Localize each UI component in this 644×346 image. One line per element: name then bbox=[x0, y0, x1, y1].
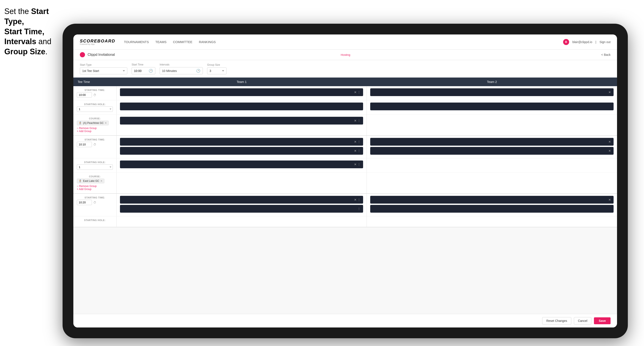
group-2-team1-hole: ✕ ⋮ bbox=[116, 158, 367, 172]
group-2-team2-hole bbox=[367, 158, 617, 172]
start-type-label: Start Type bbox=[80, 63, 127, 66]
group-1-team1-player-3-remove[interactable]: ✕ bbox=[354, 119, 357, 122]
group-3-team2-hole bbox=[367, 216, 617, 227]
group-1-team1-player-1-dots: ⋮ bbox=[358, 90, 360, 94]
table-area: Tee Time Team 1 Team 2 STARTING TIME: ⏱ bbox=[73, 78, 617, 314]
group-2-course-name: East Lake GC bbox=[83, 179, 99, 182]
group-2-course-tag: 🏌 East Lake GC ✕ bbox=[77, 178, 104, 183]
group-2-team2-player-1: ✕ bbox=[370, 138, 614, 146]
group-size-group: Group Size 3 bbox=[207, 63, 226, 74]
group-1-remove-group[interactable]: ○ Remove Group bbox=[77, 127, 113, 130]
group-2-team2-player-2: ✕ bbox=[370, 147, 614, 155]
group-2-team1-player-1-remove[interactable]: ✕ bbox=[354, 140, 357, 144]
nav-right: B blair@clippd.io | Sign out bbox=[563, 39, 610, 45]
start-time-input[interactable] bbox=[134, 69, 147, 73]
hosting-badge: Hosting bbox=[341, 53, 350, 56]
instruction-line4-bold: Group Size bbox=[4, 47, 45, 56]
group-2-course-remove[interactable]: ✕ bbox=[100, 179, 102, 182]
group-1-team2-player-1-remove[interactable]: ✕ bbox=[608, 90, 611, 94]
group-2-team1-player-1-dots: ⋮ bbox=[358, 140, 360, 144]
group-1-hole-select[interactable]: 1 bbox=[77, 106, 113, 112]
group-size-label: Group Size bbox=[207, 63, 226, 66]
group-2-add-group[interactable]: + Add Group bbox=[77, 188, 113, 191]
group-1-team1-player-1: ✕ ⋮ bbox=[120, 88, 363, 96]
group-size-select[interactable]: 3 bbox=[207, 67, 226, 74]
group-2-team2-player-2-remove[interactable]: ✕ bbox=[608, 149, 611, 153]
group-2-time-row-inner: ⏱ bbox=[77, 142, 113, 147]
group-2-team2-course bbox=[367, 173, 617, 193]
instruction-text: Set the Start Type, Start Time, Interval… bbox=[4, 6, 67, 57]
sign-out-link[interactable]: Sign out bbox=[600, 40, 610, 44]
nav-committee[interactable]: COMMITTEE bbox=[173, 39, 192, 45]
start-type-select[interactable]: 1st Tee Start bbox=[80, 67, 127, 74]
group-2-team1-player-2-remove[interactable]: ✕ bbox=[354, 149, 357, 153]
group-3-team1-player-1: ✕ ⋮ bbox=[120, 196, 363, 204]
group-2-team1-player-1: ✕ ⋮ bbox=[120, 138, 363, 146]
group-1-course-tag: 🏌 (A) Peachtree GC ✕ bbox=[77, 121, 109, 125]
nav-teams[interactable]: TEAMS bbox=[155, 39, 166, 45]
group-1-team2-course bbox=[367, 115, 617, 135]
back-button[interactable]: Back bbox=[601, 53, 610, 56]
instruction-line2-bold: Start Time, bbox=[4, 27, 44, 36]
nav-rankings[interactable]: RANKINGS bbox=[199, 39, 216, 45]
group-2-team1-player-3-remove[interactable]: ✕ bbox=[354, 163, 357, 166]
group-3-hole-label: STARTING HOLE: bbox=[77, 219, 113, 221]
tournament-title: Clippd Invitational bbox=[88, 53, 338, 57]
group-1-team2-player-1: ✕ bbox=[370, 88, 614, 96]
group-2-team2-time: ✕ ✕ bbox=[367, 136, 617, 158]
cancel-button[interactable]: Cancel bbox=[574, 317, 592, 325]
reset-changes-button[interactable]: Reset Changes bbox=[542, 317, 571, 325]
save-button[interactable]: Save bbox=[594, 317, 610, 324]
group-1-team2-player-2 bbox=[370, 103, 614, 110]
group-2-hole-label: STARTING HOLE: bbox=[77, 161, 113, 164]
group-1-hole-row: STARTING HOLE: 1 bbox=[73, 100, 617, 114]
group-3: STARTING TIME: ⏱ ✕ ⋮ bbox=[73, 194, 617, 227]
instruction-line3-normal: and bbox=[36, 37, 51, 46]
start-time-label: Start Time bbox=[132, 63, 155, 66]
group-2-hole-select[interactable]: 1 bbox=[77, 164, 113, 170]
group-2-remove-group[interactable]: ○ Remove Group bbox=[77, 185, 113, 188]
group-1-team1-hole bbox=[116, 100, 367, 114]
group-1-course-remove[interactable]: ✕ bbox=[105, 122, 107, 125]
group-3-starting-time-label: STARTING TIME: bbox=[77, 196, 113, 199]
group-2-course-row: COURSE: 🏌 East Lake GC ✕ ○ Remove Group … bbox=[73, 172, 617, 193]
group-3-time-row-inner: ⏱ bbox=[77, 200, 113, 205]
clock-icon: 🕑 bbox=[149, 69, 153, 73]
intervals-label: Intervals bbox=[160, 63, 203, 66]
group-1-time-row-inner: ⏱ bbox=[77, 92, 113, 98]
tablet-screen: SCOREBOARD Powered by clipp TOURNAMENTS … bbox=[73, 34, 617, 328]
group-1: STARTING TIME: ⏱ ✕ ⋮ bbox=[73, 86, 617, 136]
intervals-clock-icon: 🕑 bbox=[196, 69, 200, 73]
navbar: SCOREBOARD Powered by clipp TOURNAMENTS … bbox=[73, 34, 617, 49]
group-3-team1-player-1-remove[interactable]: ✕ bbox=[354, 198, 357, 201]
group-2-hole-row: STARTING HOLE: 1 ✕ ⋮ bbox=[73, 158, 617, 172]
group-1-left-hole: STARTING HOLE: 1 bbox=[73, 100, 116, 114]
nav-links: TOURNAMENTS TEAMS COMMITTEE RANKINGS bbox=[124, 39, 563, 45]
group-2-time-input[interactable] bbox=[77, 142, 92, 147]
intervals-value: 10 Minutes bbox=[162, 69, 194, 73]
group-3-team1-player-2-dots: ⋮ bbox=[358, 207, 360, 210]
nav-tournaments[interactable]: TOURNAMENTS bbox=[124, 39, 149, 45]
group-1-team1-player-1-remove[interactable]: ✕ bbox=[354, 90, 357, 94]
controls-row: Start Type 1st Tee Start Start Time 🕑 In… bbox=[73, 60, 617, 78]
logo-text: SCOREBOARD bbox=[80, 38, 115, 43]
group-3-time-input[interactable] bbox=[77, 200, 92, 205]
group-2-left-time: STARTING TIME: ⏱ bbox=[73, 136, 116, 158]
group-2-team2-player-1-remove[interactable]: ✕ bbox=[608, 140, 611, 144]
group-1-team1-course: ✕ ⋮ bbox=[116, 115, 367, 135]
group-1-add-group[interactable]: + Add Group bbox=[77, 130, 113, 133]
group-3-clock-icon: ⏱ bbox=[93, 201, 96, 204]
group-1-course-icon: 🏌 bbox=[79, 122, 82, 125]
start-time-group: Start Time 🕑 bbox=[132, 63, 155, 74]
group-1-team2-time: ✕ bbox=[367, 86, 617, 100]
group-1-left-course: COURSE: 🏌 (A) Peachtree GC ✕ ○ Remove Gr… bbox=[73, 115, 116, 135]
group-3-team1-player-2: ⋮ bbox=[120, 205, 363, 213]
group-1-time-input[interactable] bbox=[77, 92, 92, 98]
group-2-course-label: COURSE: bbox=[77, 175, 113, 178]
group-3-team2-player-1-remove[interactable]: ✕ bbox=[608, 198, 611, 201]
group-1-hole-label: STARTING HOLE: bbox=[77, 103, 113, 106]
group-2-time-row: STARTING TIME: ⏱ ✕ ⋮ bbox=[73, 136, 617, 158]
group-3-left-hole: STARTING HOLE: bbox=[73, 216, 116, 227]
group-2-clock-icon: ⏱ bbox=[93, 143, 96, 146]
group-1-left-time: STARTING TIME: ⏱ bbox=[73, 86, 116, 100]
